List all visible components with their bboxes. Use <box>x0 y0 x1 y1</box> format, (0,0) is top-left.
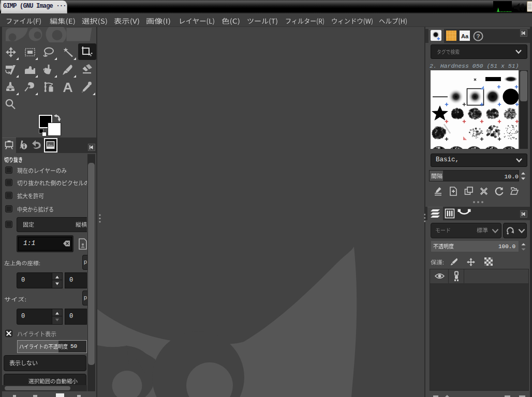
svg-text:Aa: Aa <box>461 33 469 39</box>
svg-text:?: ? <box>476 33 480 39</box>
